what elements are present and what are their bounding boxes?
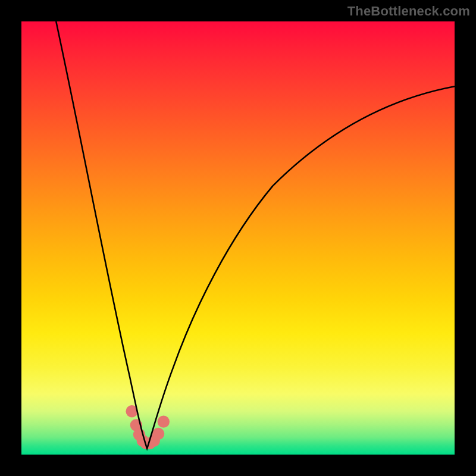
- marker-dot: [152, 428, 164, 440]
- chart-svg: [21, 21, 455, 455]
- marker-dot: [158, 415, 170, 427]
- chart-frame: TheBottleneck.com: [0, 0, 476, 476]
- bottleneck-curve: [56, 21, 455, 449]
- plot-area: [21, 21, 455, 455]
- markers-group: [126, 405, 170, 449]
- watermark-text: TheBottleneck.com: [347, 4, 470, 19]
